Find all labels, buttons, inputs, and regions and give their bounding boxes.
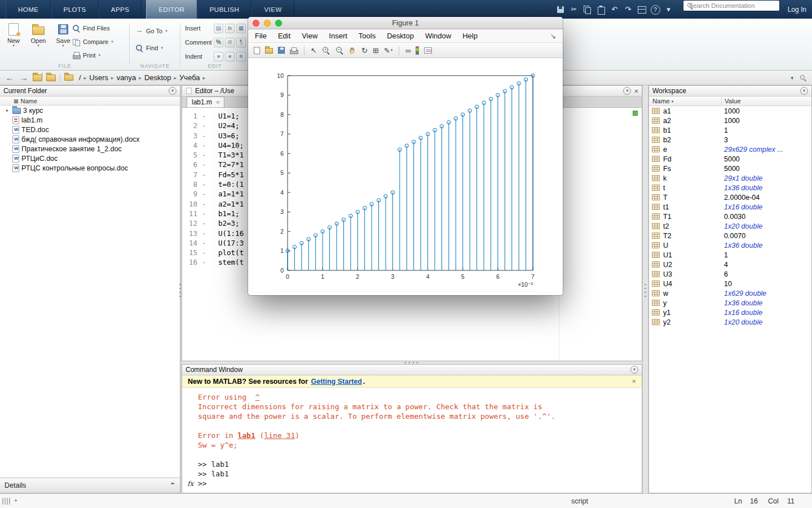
minimize-window-button[interactable] (264, 20, 271, 27)
console-link[interactable]: line 31 (264, 431, 295, 440)
paste-icon[interactable] (595, 5, 607, 14)
function-fx-button[interactable]: fx (225, 24, 235, 33)
toolstrip-tab-view[interactable]: VIEW (251, 0, 294, 19)
close-tab-icon[interactable]: × (216, 99, 219, 106)
file-item[interactable]: РТЦиС.doc (0, 154, 180, 163)
zoom-window-button[interactable] (275, 20, 282, 27)
resize-grip[interactable] (2, 498, 11, 505)
back-icon[interactable]: ← (5, 73, 15, 82)
cut-icon[interactable]: ✂ (568, 5, 580, 14)
path-dropdown-icon[interactable]: ▾ (788, 75, 796, 81)
breadcrumb-segment[interactable]: Users (87, 73, 110, 82)
search-input[interactable] (689, 2, 776, 9)
toolstrip-tab-plots[interactable]: PLOTS (51, 0, 99, 19)
figure-menu-view[interactable]: View (302, 32, 317, 40)
name-column-header[interactable]: Name▴ (652, 98, 673, 104)
workspace-variable-row[interactable]: e 29x629 complex ... (649, 144, 811, 154)
line-number[interactable]: 2 - (182, 121, 208, 130)
expand-statusbar-icon[interactable]: ▴ (15, 497, 17, 502)
figure-menu-insert[interactable]: Insert (329, 32, 347, 40)
line-number[interactable]: 8 - (182, 179, 208, 189)
find-button[interactable]: Find▾ (135, 43, 167, 52)
name-column-header[interactable]: ▦ Name (0, 97, 180, 106)
file-item[interactable]: РТЦС контрольные вопросы.doc (0, 163, 180, 173)
getting-started-link[interactable]: Getting Started (311, 378, 361, 386)
figure-menu-desktop[interactable]: Desktop (387, 32, 414, 40)
save-button[interactable]: Save ▾ (52, 21, 74, 47)
stem-plot[interactable]: 01234567891001234567×10⁻³ (248, 58, 563, 295)
uncomment-percent-button[interactable]: ⊘ (225, 38, 235, 47)
console-output[interactable]: Error using ^Incorrect dimensions for ra… (182, 388, 642, 479)
workspace-variable-row[interactable]: U 1x36 double (649, 240, 811, 250)
comment-percent-button[interactable]: % (214, 38, 223, 47)
save-icon[interactable] (554, 5, 567, 14)
breadcrumb-segment[interactable]: Учеба (178, 73, 202, 82)
zoom-in-button[interactable]: + (322, 46, 330, 55)
find-files-button[interactable]: Find Files (72, 24, 113, 33)
redo-icon[interactable]: ↷ (622, 5, 634, 14)
toolstrip-tab-apps[interactable]: APPS (99, 0, 142, 19)
link-plots-button[interactable]: ∞ (405, 47, 411, 54)
go-to-button[interactable]: Go To▾ (135, 27, 167, 36)
details-bar[interactable]: Details ⌃ (0, 478, 180, 493)
login-link[interactable]: Log In (788, 6, 806, 14)
open-file-button[interactable] (265, 47, 273, 54)
insert-colorbar-button[interactable] (416, 46, 419, 55)
workspace-variable-row[interactable]: U4 10 (649, 279, 811, 288)
prompt-row[interactable]: fx >> (182, 479, 642, 488)
line-number[interactable]: 16 - (182, 257, 208, 267)
close-icon[interactable]: × (634, 87, 638, 95)
toolstrip-tab-home[interactable]: HOME (6, 0, 51, 19)
section-break-button[interactable]: ▤ (214, 24, 223, 33)
print-figure-button[interactable] (290, 47, 298, 54)
workspace-variable-row[interactable]: U1 1 (649, 250, 811, 260)
dock-figure-icon[interactable]: ↘ (550, 32, 556, 40)
brush-data-button[interactable]: ✎▾ (384, 47, 392, 54)
edit-cursor-button[interactable]: ↖ (311, 47, 317, 54)
figure-menu-file[interactable]: File (255, 32, 267, 40)
workspace-variable-row[interactable]: t 1x36 double (649, 183, 811, 192)
file-item[interactable]: lab1.m (0, 115, 180, 125)
workspace-variable-row[interactable]: T 2.0000e-04 (649, 192, 811, 202)
pan-hand-button[interactable] (349, 46, 356, 54)
workspace-variable-row[interactable]: b1 1 (649, 125, 811, 135)
figure-menu-tools[interactable]: Tools (359, 32, 376, 40)
forward-icon[interactable]: → (19, 73, 29, 82)
line-number[interactable]: 11 - (182, 209, 208, 218)
documentation-search[interactable] (683, 0, 780, 11)
file-item[interactable]: бжд( справочная информация).docx (0, 134, 180, 144)
workspace-variable-row[interactable]: a2 1000 (649, 116, 811, 125)
line-number[interactable]: 5 - (182, 150, 208, 160)
close-banner-icon[interactable]: × (632, 377, 636, 386)
workspace-variable-row[interactable]: Fd 5000 (649, 154, 811, 164)
workspace-variable-row[interactable]: b2 3 (649, 135, 811, 144)
workspace-variable-row[interactable]: U2 4 (649, 260, 811, 269)
splitter-handle[interactable] (405, 362, 418, 364)
workspace-variable-row[interactable]: y 1x36 double (649, 298, 811, 308)
figure-titlebar[interactable]: Figure 1 (248, 17, 563, 29)
line-number[interactable]: 6 - (182, 160, 208, 169)
panel-menu-icon[interactable]: ▾ (800, 87, 808, 95)
search-folder-icon[interactable] (800, 75, 806, 81)
breadcrumb-segment[interactable]: Desktop (143, 73, 173, 82)
code-cell-button[interactable]: ▦ (236, 24, 246, 33)
line-number[interactable]: 10 - (182, 199, 208, 209)
zoom-out-button[interactable]: − (336, 46, 344, 55)
line-number[interactable]: 7 - (182, 170, 208, 179)
line-number[interactable]: 4 - (182, 141, 208, 150)
workspace-variable-row[interactable]: a1 1000 (649, 106, 811, 116)
rotate-3d-button[interactable]: ↻ (361, 47, 368, 54)
workspace-variable-row[interactable]: t2 1x20 double (649, 221, 811, 231)
workspace-variable-row[interactable]: w 1x629 double (649, 288, 811, 298)
save-figure-button[interactable] (278, 47, 285, 54)
up-folder-icon[interactable]: ↑ (33, 75, 42, 81)
compare-button[interactable]: Compare▾ (72, 37, 113, 46)
line-number[interactable]: 15 - (182, 248, 208, 257)
data-cursor-button[interactable]: ⊞ (373, 47, 379, 54)
figure-menu-window[interactable]: Window (425, 32, 451, 40)
figure-menu-help[interactable]: Help (462, 32, 478, 40)
line-number[interactable]: 12 - (182, 218, 208, 228)
open-button[interactable]: Open ▾ (27, 21, 50, 47)
editor-tab-lab1[interactable]: lab1.m × (187, 97, 224, 107)
wrap-comment-button[interactable]: ¶ (236, 38, 246, 47)
